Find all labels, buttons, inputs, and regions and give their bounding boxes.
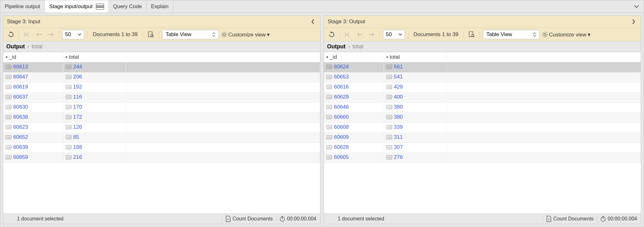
table-output-wrap[interactable]: • _id • total 13260624132561132606531325… [324,52,641,213]
cell-total[interactable]: 132561 [384,62,447,72]
cell-id[interactable]: 13260638 [3,112,63,122]
refresh-button[interactable] [327,30,336,39]
svg-text:132: 132 [387,106,391,109]
nav-next-button[interactable] [46,30,56,39]
refresh-button[interactable] [6,30,16,39]
table-row[interactable]: 1326065213285 [3,132,320,143]
nav-prev-button[interactable] [34,30,44,39]
table-row[interactable]: 13260629132400 [324,92,641,102]
table-row[interactable]: 13260619132192 [3,82,320,92]
tab-stage-io[interactable]: Stage input/output [45,0,108,13]
cell-total[interactable]: 132339 [384,122,447,132]
column-id[interactable]: • _id [3,52,63,62]
cell-total[interactable]: 132311 [384,132,447,143]
cell-total[interactable]: 132380 [384,112,447,122]
column-total[interactable]: • total [63,52,126,62]
view-mode-select[interactable]: Table View [162,30,219,39]
table-input-wrap[interactable]: • _id • total 13260613132244132606471322… [3,52,320,213]
cell-id[interactable]: 13260609 [324,132,384,143]
nav-first-button[interactable] [22,30,32,39]
cell-total[interactable]: 132116 [63,92,126,102]
table-row[interactable]: 13260624132561 [324,62,641,72]
cell-total[interactable]: 13285 [63,132,126,143]
table-row[interactable]: 13260616132429 [324,82,641,92]
panel-output-collapse-button[interactable] [630,18,637,25]
cell-id[interactable]: 13260630 [3,102,63,112]
tab-label: Query Code [113,3,142,10]
count-documents-button[interactable]: # Count Documents [546,216,594,222]
table-row[interactable]: 13260646132380 [324,102,641,112]
table-row[interactable]: 13260660132380 [324,112,641,122]
cell-id[interactable]: 13260660 [324,112,384,122]
cell-id[interactable]: 13260623 [3,122,63,132]
table-row[interactable]: 13260613132244 [3,62,320,72]
table-row[interactable]: 13260637132116 [3,92,320,102]
cell-id[interactable]: 13260613 [3,62,63,72]
table-row[interactable]: 13260608132339 [324,122,641,132]
cell-total[interactable]: 132541 [384,72,447,82]
page-size-select[interactable]: 50 [383,30,405,39]
page-size-select[interactable]: 50 [62,30,84,39]
cell-total[interactable]: 132244 [63,62,126,72]
tab-query-code[interactable]: Query Code [109,0,147,13]
table-row[interactable]: 13260623132126 [3,122,320,132]
customize-view-button[interactable]: Customize view ▾ [542,31,591,38]
table-row[interactable]: 13260605132276 [324,153,641,163]
cell-total[interactable]: 132188 [63,143,126,153]
cell-total[interactable]: 132276 [384,153,447,163]
column-id[interactable]: • _id [324,52,384,62]
cell-id[interactable]: 13260608 [324,122,384,132]
cell-total[interactable]: 132307 [384,143,447,153]
tabs-collapse-button[interactable] [629,0,644,13]
find-button[interactable] [467,30,476,39]
cell-total[interactable]: 132400 [384,92,447,102]
table-row[interactable]: 13260659132216 [3,153,320,163]
cell-total[interactable]: 132170 [63,102,126,112]
panel-output: Stage 3: Output 50 Documents 1 to 39 [324,15,641,224]
nav-first-button[interactable] [343,30,353,39]
cell-id[interactable]: 13260624 [324,62,384,72]
count-documents-button[interactable]: # Count Documents [225,216,273,222]
cell-id[interactable]: 13260646 [324,102,384,112]
panel-input-collapse-button[interactable] [309,18,316,25]
tab-explain[interactable]: Explain [147,0,173,13]
cell-id-value: 60619 [13,84,28,90]
cell-total[interactable]: 132216 [63,153,126,163]
column-total[interactable]: • total [384,52,447,62]
cell-total[interactable]: 132380 [384,102,447,112]
cell-total[interactable]: 132206 [63,72,126,82]
cell-id[interactable]: 13260659 [3,153,63,163]
table-row[interactable]: 13260647132206 [3,72,320,82]
breadcrumb-leaf[interactable]: total [353,43,363,50]
cell-id[interactable]: 13260647 [3,72,63,82]
cell-id[interactable]: 13260652 [3,132,63,143]
cell-id[interactable]: 13260629 [324,92,384,102]
nav-prev-button[interactable] [355,30,364,39]
cell-id[interactable]: 13260653 [324,72,384,82]
tab-pipeline-output[interactable]: Pipeline output [0,0,45,13]
table-row[interactable]: 13260653132541 [324,72,641,82]
breadcrumb-root[interactable]: Output [6,43,25,50]
find-button[interactable] [146,30,156,39]
cell-id[interactable]: 13260619 [3,82,63,92]
customize-view-button[interactable]: Customize view ▾ [221,31,270,38]
table-row[interactable]: 13260638132172 [3,112,320,122]
cell-id[interactable]: 13260616 [324,82,384,92]
view-mode-select[interactable]: Table View [483,30,540,39]
cell-total-value: 116 [73,94,82,100]
breadcrumb-leaf[interactable]: total [32,43,42,50]
breadcrumb-root[interactable]: Output [327,43,346,50]
cell-total[interactable]: 132192 [63,82,126,92]
table-row[interactable]: 13260630132170 [3,102,320,112]
cell-id[interactable]: 13260639 [3,143,63,153]
table-row[interactable]: 13260628132307 [324,143,641,153]
cell-total[interactable]: 132429 [384,82,447,92]
nav-next-button[interactable] [367,30,376,39]
cell-total[interactable]: 132126 [63,122,126,132]
table-row[interactable]: 13260609132311 [324,132,641,143]
cell-id[interactable]: 13260637 [3,92,63,102]
table-row[interactable]: 13260639132188 [3,143,320,153]
cell-id[interactable]: 13260605 [324,153,384,163]
cell-total[interactable]: 132172 [63,112,126,122]
cell-id[interactable]: 13260628 [324,143,384,153]
